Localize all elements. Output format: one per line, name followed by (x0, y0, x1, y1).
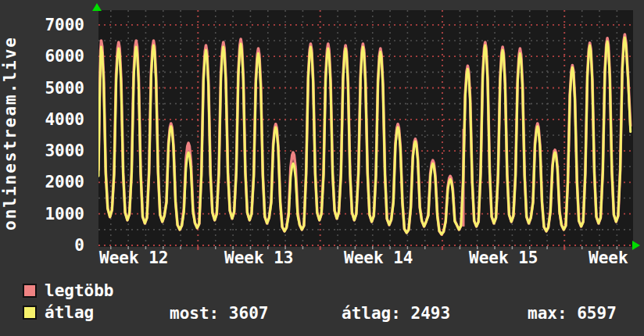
y-axis-tick-label: 6000 (28, 48, 84, 65)
x-axis-week-label: Week 14 (344, 249, 413, 266)
y-axis-tick-label: 5000 (28, 80, 84, 97)
y-axis-tick-label: 2000 (28, 173, 84, 191)
legend-swatch-max (23, 284, 37, 298)
legend-label-max: legtöbb (45, 282, 114, 299)
graph-vertical-title: onlinestream.live (0, 31, 21, 236)
stat-value: most: 3607 (170, 305, 268, 322)
y-axis-arrow-icon (92, 3, 102, 11)
legend-swatch-avg (23, 306, 37, 320)
x-axis-week-label: Week 12 (99, 249, 169, 266)
y-axis-tick-label: 4000 (28, 111, 84, 128)
y-axis-tick-label: 3000 (28, 142, 84, 159)
legend-item-legtobb: legtöbb (23, 282, 114, 299)
y-axis-tick-label: 0 (28, 237, 84, 254)
legend-label-avg: átlag (45, 304, 94, 321)
y-axis-tick-label: 7000 (28, 16, 84, 34)
legend-item-atlag: átlag (23, 304, 94, 321)
y-axis-tick-label: 1000 (28, 206, 84, 223)
stat-value: max: 6597 (528, 305, 617, 322)
x-axis-arrow-icon (632, 241, 640, 250)
x-axis-week-label: Week 13 (224, 249, 294, 266)
rrd-graph: onlinestream.live 7000600050004000300020… (0, 0, 644, 336)
x-axis-week-label: Week (589, 249, 628, 266)
x-axis-week-label: Week 15 (469, 249, 538, 266)
stat-value: átlag: 2493 (342, 305, 450, 322)
